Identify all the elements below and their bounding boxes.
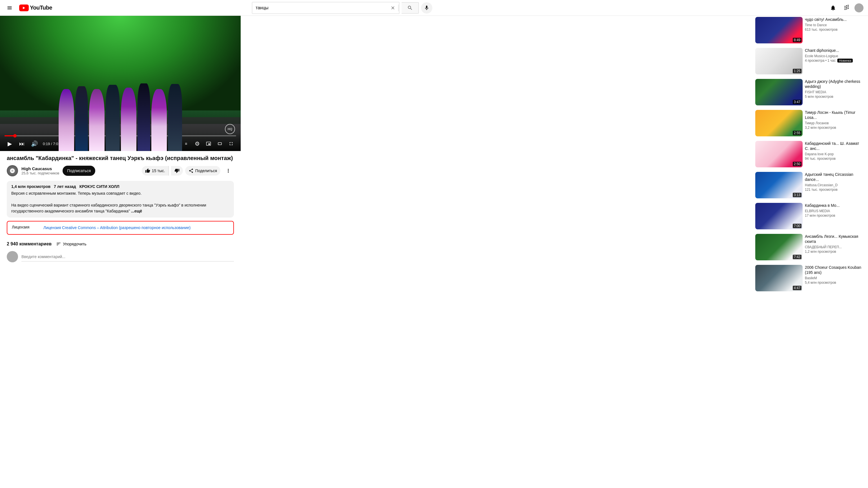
- time-display: 0:19 / 7:01: [43, 142, 60, 146]
- sidebar-channel-name: ELBRUS MEDIA: [805, 209, 862, 213]
- sidebar-video-title: 2006 Choeur Cosaques Kouban (195 ans): [805, 265, 862, 275]
- chapters-button[interactable]: ≡: [181, 139, 191, 149]
- sidebar-video-title: Ансамбль Лезги... Кумыкская сюита: [805, 234, 862, 244]
- more-actions-button[interactable]: [223, 165, 234, 176]
- sidebar-views: 5 млн просмотров: [805, 95, 862, 99]
- upload-date: 7 лет назад: [54, 184, 76, 189]
- sidebar-video-item[interactable]: 7:00 Кабардинка в Мо... ELBRUS MEDIA 17 …: [754, 202, 864, 230]
- desc-long: На видео сценический вариант старинного …: [11, 203, 206, 213]
- volume-button[interactable]: 🔊: [29, 139, 39, 149]
- sidebar-video-title: Кабардинка в Мо...: [805, 203, 862, 208]
- mic-button[interactable]: [421, 2, 432, 13]
- video-scene: HQ: [0, 16, 241, 151]
- channel-name[interactable]: High Caucasus: [22, 166, 59, 171]
- play-button[interactable]: ▶: [4, 139, 14, 149]
- miniplayer-button[interactable]: [204, 139, 214, 149]
- sidebar-thumb: 4:47: [755, 265, 803, 291]
- likes-count: 15 тыс.: [152, 168, 165, 173]
- sidebar-views: 613 тыс. просмотров: [805, 28, 862, 32]
- sort-label: Упорядочить: [63, 242, 86, 246]
- sidebar-info: Кабардинка в Мо... ELBRUS MEDIA 17 млн п…: [805, 203, 862, 229]
- sidebar-video-item[interactable]: 8:49 чудо світу! Ансамбль... Time to Dan…: [754, 16, 864, 44]
- theater-button[interactable]: [215, 139, 225, 149]
- progress-thumb: [13, 134, 17, 137]
- channel-avatar-inner: [7, 165, 18, 176]
- search-clear-button[interactable]: [388, 5, 398, 10]
- video-meta-row: High Caucasus 25,6 тыс. подписчиков Подп…: [7, 165, 234, 176]
- skip-button[interactable]: ⏭: [17, 139, 27, 149]
- views-count: 1,4 млн просмотров: [11, 184, 51, 189]
- sidebar-video-item[interactable]: 2:55 Тимур Лосэн - Кьыхь (Timur Losa... …: [754, 109, 864, 137]
- sidebar-duration: 7:42: [793, 255, 802, 259]
- sidebar-duration: 2:55: [793, 131, 802, 135]
- header-right: [828, 2, 864, 13]
- subscribe-button[interactable]: Подписаться: [63, 166, 95, 176]
- sidebar-info: Адыгский танец Circassian dance... Hattu…: [805, 172, 862, 198]
- sidebar-views: 1,2 млн просмотров: [805, 250, 862, 254]
- license-box: Лицензия Лицензия Creative Commons – Att…: [7, 221, 234, 235]
- sidebar-thumb: 8:49: [755, 17, 803, 43]
- notifications-button[interactable]: [828, 2, 839, 13]
- sidebar-video-item[interactable]: 7:42 Ансамбль Лезги... Кумыкская сюита С…: [754, 233, 864, 261]
- sidebar-thumb: 2:50: [755, 141, 803, 167]
- sidebar-channel-name: BasileM: [805, 276, 862, 280]
- sidebar-video-item[interactable]: 3:47 Адыгэ джэгу (Adyghe cherkess weddin…: [754, 78, 864, 106]
- desc-more-link[interactable]: ...ещё: [131, 209, 142, 213]
- sidebar-video-item[interactable]: 1:25 Chant diphonique... Ecole Musico-Lo…: [754, 47, 864, 75]
- sidebar-duration: 7:00: [793, 224, 802, 228]
- search-divider: [398, 4, 399, 11]
- action-buttons: 15 тыс. Поделиться: [142, 165, 234, 176]
- like-button[interactable]: 15 тыс.: [142, 166, 169, 175]
- desc-short: Версия с исправленным монтажем. Теперь м…: [11, 191, 142, 196]
- main-container: HQ ▶ ⏭ 🔊 0:19 / 7:01 ⏸: [0, 16, 868, 295]
- sidebar-views: 3,2 млн просмотров: [805, 126, 862, 130]
- sidebar-video-item[interactable]: 4:47 2006 Choeur Cosaques Kouban (195 an…: [754, 264, 864, 292]
- menu-button[interactable]: [4, 3, 14, 13]
- sidebar-views: 94 тыс. просмотров: [805, 157, 862, 161]
- video-player[interactable]: HQ ▶ ⏭ 🔊 0:19 / 7:01 ⏸: [0, 16, 241, 151]
- comments-section: 2 940 комментариев Упорядочить: [0, 238, 241, 266]
- sidebar-info: Ансамбль Лезги... Кумыкская сюита СВАДЕБ…: [805, 234, 862, 260]
- sidebar-views: 5,4 млн просмотров: [805, 281, 862, 285]
- settings-button[interactable]: ⚙: [192, 139, 203, 149]
- license-label: Лицензия: [12, 225, 34, 229]
- sidebar-video-item[interactable]: 2:50 Кабардинский та... Ш. Азамат С. анс…: [754, 140, 864, 168]
- sidebar-channel-name: Dayana love K-pop: [805, 152, 862, 156]
- channel-avatar[interactable]: [7, 165, 18, 176]
- comment-input[interactable]: [22, 252, 234, 261]
- search-button[interactable]: [402, 2, 419, 13]
- sidebar-views: 4 просмотра • 1 часНовинка: [805, 59, 862, 63]
- share-label: Поделиться: [195, 168, 217, 173]
- sidebar-duration: 8:49: [793, 38, 802, 42]
- video-area-inner: HQ ▶ ⏭ 🔊 0:19 / 7:01 ⏸: [0, 16, 241, 266]
- sidebar-duration: 3:47: [793, 100, 802, 104]
- sort-button[interactable]: Упорядочить: [56, 241, 86, 247]
- new-badge: Новинка: [837, 59, 853, 63]
- fullscreen-button[interactable]: [226, 139, 236, 149]
- sidebar-video-title: Адыгский танец Circassian dance...: [805, 172, 862, 182]
- sidebar-info: 2006 Choeur Cosaques Kouban (195 ans) Ba…: [805, 265, 862, 291]
- sidebar-video-title: Кабардинский та... Ш. Азамат С. анс...: [805, 141, 862, 151]
- youtube-icon: [19, 4, 29, 11]
- search-form: [252, 2, 399, 14]
- sidebar-info: Chant diphonique... Ecole Musico-Logique…: [805, 48, 862, 74]
- search-input[interactable]: [252, 2, 388, 13]
- sidebar-thumb: 3:13: [755, 172, 803, 198]
- sidebar-thumb: 7:42: [755, 234, 803, 260]
- user-avatar[interactable]: [855, 3, 864, 12]
- desc-text: Версия с исправленным монтажем. Теперь м…: [11, 191, 229, 214]
- video-area: HQ ▶ ⏭ 🔊 0:19 / 7:01 ⏸: [0, 16, 750, 295]
- desc-stats: 1,4 млн просмотров 7 лет назад КРОКУС СИ…: [11, 184, 229, 189]
- license-link[interactable]: Лицензия Creative Commons – Attribution …: [43, 225, 190, 231]
- apps-button[interactable]: [841, 2, 852, 13]
- video-title: ансамбль "Кабардинка" - княжеский танец …: [7, 154, 234, 162]
- description-box: 1,4 млн просмотров 7 лет назад КРОКУС СИ…: [7, 181, 234, 218]
- youtube-logo[interactable]: YouTube: [19, 4, 52, 11]
- header: YouTube: [0, 0, 868, 16]
- sidebar-video-title: Адыгэ джэгу (Adyghe cherkess wedding): [805, 79, 862, 89]
- dislike-button[interactable]: [171, 166, 183, 175]
- share-button[interactable]: Поделиться: [185, 166, 220, 175]
- sidebar-thumb: 7:00: [755, 203, 803, 229]
- sidebar-duration: 2:50: [793, 162, 802, 166]
- sidebar-video-item[interactable]: 3:13 Адыгский танец Circassian dance... …: [754, 171, 864, 199]
